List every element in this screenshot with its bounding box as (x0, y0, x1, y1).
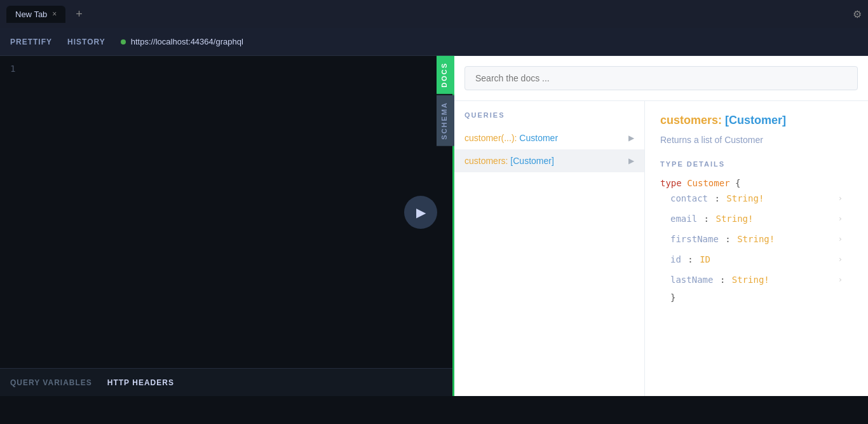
header-key: customers: (660, 114, 722, 127)
http-headers-tab[interactable]: HTTP HEADERS (107, 378, 174, 387)
chevron-right-icon: › (838, 194, 843, 203)
field-colon: : (725, 234, 730, 244)
url-text: https://localhost:44364/graphql (131, 37, 243, 46)
field-colon: : (720, 275, 725, 285)
field-type: ID (700, 254, 710, 264)
field-id[interactable]: id : ID › (660, 249, 853, 270)
play-icon: ▶ (416, 205, 426, 220)
query-type-1: [Customer] (510, 156, 553, 166)
active-tab[interactable]: New Tab × (6, 6, 65, 23)
side-tabs: DOCS SCHEMA (437, 56, 454, 146)
field-colon: : (704, 214, 709, 224)
type-header-text: customers: [Customer] (660, 114, 786, 127)
query-variables-tab[interactable]: QUERY VARIABLES (10, 378, 92, 387)
url-bar: https://localhost:44364/graphql (121, 37, 243, 46)
query-name-1: customers: (465, 156, 508, 166)
closing-brace: } (660, 290, 853, 305)
field-key: firstName (670, 234, 719, 244)
main-layout: 1 ▶ DOCS SCHEMA QUERY VARIABLES HTTP HEA… (0, 56, 868, 396)
chevron-right-icon: › (838, 255, 843, 264)
header-val: [Customer] (725, 114, 786, 127)
queries-title: QUERIES (454, 111, 644, 127)
query-name-0: customer(...): (465, 133, 517, 143)
prettify-button[interactable]: PRETTIFY (10, 38, 52, 46)
field-type: String! (715, 214, 753, 224)
schema-tab[interactable]: SCHEMA (437, 95, 454, 146)
keyword-type: type (660, 178, 682, 188)
line-number-1: 1 (10, 64, 15, 74)
tab-close-btn[interactable]: × (52, 10, 57, 18)
tab-label: New Tab (15, 10, 47, 19)
queries-list: QUERIES customer(...): Customer ▶ custom… (454, 101, 645, 396)
list-item[interactable]: customer(...): Customer ▶ (454, 127, 644, 149)
docs-tab[interactable]: DOCS (437, 56, 454, 94)
search-input[interactable] (465, 66, 858, 90)
type-name: Customer (687, 178, 729, 188)
chevron-right-icon: ▶ (628, 156, 634, 165)
docs-content: QUERIES customer(...): Customer ▶ custom… (454, 101, 868, 396)
bottom-bar: QUERY VARIABLES HTTP HEADERS (0, 368, 452, 396)
query-type-0: Customer (519, 133, 558, 143)
toolbar: PRETTIFY HISTORY https://localhost:44364… (0, 28, 868, 56)
browser-chrome: New Tab × + ⚙ (0, 0, 868, 28)
field-type: String! (732, 275, 770, 285)
connection-status-dot (121, 39, 126, 44)
field-key: contact (670, 193, 708, 203)
field-key: email (670, 214, 697, 224)
new-tab-button[interactable]: + (71, 5, 88, 24)
chevron-right-icon: ▶ (628, 133, 634, 142)
type-details-panel: customers: [Customer] Returns a list of … (645, 101, 868, 396)
field-key: id (670, 254, 681, 264)
type-header: customers: [Customer] (660, 114, 853, 127)
field-key: lastName (670, 275, 713, 285)
field-lastname[interactable]: lastName : String! › (660, 270, 853, 290)
field-email[interactable]: email : String! › (660, 209, 853, 229)
type-definition: type Customer { (660, 178, 853, 188)
gear-icon[interactable]: ⚙ (853, 8, 862, 20)
search-area (454, 56, 868, 101)
list-item[interactable]: customers: [Customer] ▶ (454, 149, 644, 172)
field-firstname[interactable]: firstName : String! › (660, 229, 853, 249)
run-query-button[interactable]: ▶ (404, 196, 437, 229)
chevron-right-icon: › (838, 235, 843, 243)
type-returns-text: Returns a list of Customer (660, 135, 853, 145)
docs-panel: QUERIES customer(...): Customer ▶ custom… (454, 56, 868, 396)
editor-panel: 1 ▶ DOCS SCHEMA QUERY VARIABLES HTTP HEA… (0, 56, 454, 396)
field-contact[interactable]: contact : String! › (660, 188, 853, 209)
field-type: String! (726, 193, 764, 203)
field-colon: : (714, 193, 719, 203)
history-button[interactable]: HISTORY (67, 38, 105, 46)
field-type: String! (737, 234, 775, 244)
chevron-right-icon: › (838, 214, 843, 223)
type-details-title: TYPE DETAILS (660, 160, 853, 168)
query-editor[interactable]: 1 ▶ (0, 56, 452, 368)
chevron-right-icon: › (838, 275, 843, 284)
field-colon: : (688, 254, 693, 264)
